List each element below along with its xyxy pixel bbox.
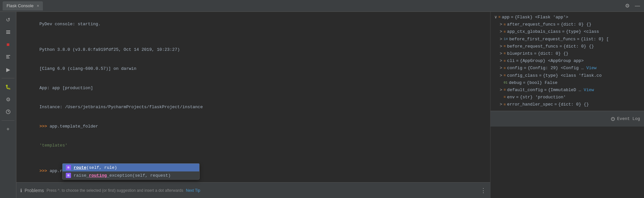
- svg-rect-3: [6, 55, 10, 56]
- console-text-5: App: app [production]: [39, 86, 93, 90]
- var-name-brf: before_request_funcs: [507, 44, 558, 50]
- var-row-after-request-funcs[interactable]: > ≡ after_request_funcs = {dict: 0} {}: [491, 21, 644, 28]
- var-row-default-config[interactable]: > ≡ default_config = {ImmutableD … View: [491, 87, 644, 94]
- var-name-bfrf: before_first_request_funcs: [509, 36, 576, 42]
- var-row-app-ctx[interactable]: > ≡ app_ctx_globals_class = {type} <clas…: [491, 28, 644, 35]
- expand-arrow-brf[interactable]: >: [498, 44, 504, 50]
- var-row-env[interactable]: > ≡ env = {str} 'production': [491, 94, 644, 101]
- list-icon-bfrf: 1≡: [504, 37, 508, 42]
- debug-icon[interactable]: 🐛: [3, 82, 13, 92]
- var-row-config-class[interactable]: > ≡ config_class = {type} <class 'flask.…: [491, 72, 644, 79]
- expand-arrow-cli[interactable]: >: [498, 58, 504, 64]
- var-name-debug: debug: [509, 80, 522, 86]
- var-equals-debug: =: [523, 80, 526, 86]
- info-icon: ℹ: [20, 188, 22, 193]
- console-text-3: Python 3.8.0 (v3.8.0:fa919fdf25, Oct 14 …: [39, 47, 180, 52]
- var-name-cc: config_class: [507, 73, 538, 79]
- expand-arrow-dc[interactable]: >: [498, 87, 504, 93]
- var-name-app: app: [502, 14, 510, 20]
- var-row-blueprints[interactable]: > ≡ blueprints = {dict: 0} {}: [491, 50, 644, 57]
- var-row-debug[interactable]: > 01 debug = {bool} False: [491, 79, 644, 87]
- var-row-config[interactable]: > ≡ config = {Config: 29} <Config … View: [491, 65, 644, 72]
- var-row-app[interactable]: ∨ ≡ app = {Flask} <Flask 'app'>: [491, 14, 644, 21]
- var-row-bfrf[interactable]: > 1≡ before_first_request_funcs = {list:…: [491, 36, 644, 43]
- expand-arrow-app[interactable]: ∨: [493, 14, 498, 20]
- console-blank-1: [19, 34, 488, 40]
- dict-icon-acgc: ≡: [504, 30, 506, 34]
- autocomplete-item-1[interactable]: m route(self, rule): [63, 164, 199, 171]
- var-row-cli[interactable]: > ≡ cli = {AppGroup} <AppGroup app>: [491, 57, 644, 65]
- reload-icon[interactable]: ↺: [3, 14, 13, 25]
- more-options-button[interactable]: ⋮: [480, 187, 486, 194]
- tab-bar-right: ⚙ —: [624, 2, 641, 10]
- rerun-icon[interactable]: [3, 27, 13, 37]
- expand-arrow-ehs[interactable]: >: [498, 102, 504, 108]
- expand-arrow-bp[interactable]: >: [498, 51, 504, 57]
- settings-icon[interactable]: ⚙: [624, 2, 631, 10]
- console-command-1: app.template_folder: [50, 124, 98, 129]
- dict-icon-arf: ≡: [504, 22, 506, 27]
- expand-arrow-cc[interactable]: >: [498, 73, 504, 79]
- var-name-ehs: error_handler_spec: [507, 102, 553, 108]
- expand-arrow-config[interactable]: >: [498, 65, 504, 71]
- console-line-6: Instance: /Users/jetbrains/PycharmProjec…: [19, 98, 488, 117]
- var-row-brf[interactable]: > ≡ before_request_funcs = {dict: 0} {}: [491, 43, 644, 50]
- var-value-config: {Config: 29} <Config … View: [528, 65, 597, 71]
- problems-label[interactable]: Problems: [25, 188, 44, 193]
- method-badge-1: m: [66, 165, 71, 170]
- autocomplete-text-1: route(self, rule): [74, 165, 117, 170]
- dict-icon-cc: ≡: [504, 73, 506, 78]
- stop-icon[interactable]: ■: [3, 39, 13, 50]
- autocomplete-suffix-2: _exception(self, request): [107, 173, 170, 178]
- event-log-label[interactable]: Event Log: [617, 116, 640, 121]
- expand-arrow-bfrf[interactable]: >: [498, 36, 504, 42]
- clock-icon[interactable]: [3, 107, 13, 117]
- var-equals-bfrf: =: [577, 36, 580, 42]
- up-icon[interactable]: [3, 52, 13, 62]
- console-text-6: Instance: /Users/jetbrains/PycharmProjec…: [39, 105, 203, 109]
- dict-icon-app: ≡: [498, 15, 501, 20]
- status-bar: ℹ Problems Press ^. to choose the select…: [16, 182, 490, 198]
- view-link-dc[interactable]: View: [584, 88, 594, 92]
- console-output[interactable]: PyDev console: starting. Python 3.8.0 (v…: [16, 12, 490, 182]
- tab-close-button[interactable]: ×: [37, 4, 39, 8]
- var-value-app: {Flask} <Flask 'app'>: [515, 14, 568, 20]
- expand-arrow-arf[interactable]: >: [498, 22, 504, 28]
- var-name-env: env: [507, 94, 515, 100]
- svg-rect-5: [6, 58, 9, 58]
- var-equals-bp: =: [534, 51, 537, 57]
- gear-icon[interactable]: ⚙: [3, 94, 13, 105]
- svg-rect-0: [6, 30, 10, 31]
- add-icon[interactable]: +: [3, 124, 13, 134]
- event-log-icon: [611, 117, 615, 121]
- var-name-acgc: app_ctx_globals_class: [507, 29, 561, 35]
- var-equals-arf: =: [557, 22, 560, 28]
- run-icon[interactable]: ▶: [3, 64, 13, 75]
- var-name-arf: after_request_funcs: [507, 22, 556, 28]
- var-equals-brf: =: [560, 44, 562, 50]
- var-row-ehs[interactable]: > ≡ error_handler_spec = {dict: 0} {}: [491, 101, 644, 108]
- dict-icon-dc: ≡: [504, 88, 506, 92]
- flask-console-tab[interactable]: Flask Console ×: [3, 1, 43, 10]
- var-name-bp: blueprints: [507, 51, 533, 57]
- var-equals-ehs: =: [554, 102, 557, 108]
- autocomplete-highlight-1: route: [74, 165, 86, 170]
- svg-rect-2: [6, 33, 10, 34]
- minimize-icon[interactable]: —: [634, 2, 641, 10]
- console-string-1: 'templates': [39, 143, 67, 148]
- var-value-cc: {type} <class 'flask.co: [543, 73, 601, 79]
- console-output-1: 'templates': [19, 136, 488, 155]
- tip-text: Press ^. to choose the selected (or firs…: [46, 188, 183, 193]
- dict-icon-bp: ≡: [504, 51, 506, 56]
- var-equals-cc: =: [539, 73, 542, 79]
- var-name-dc: default_config: [507, 87, 543, 93]
- svg-point-11: [613, 120, 613, 120]
- autocomplete-item-2[interactable]: m raise_routing_exception(self, request): [63, 171, 199, 179]
- view-link-config[interactable]: View: [586, 66, 597, 70]
- expand-arrow-acgc[interactable]: >: [498, 29, 504, 35]
- next-tip-link[interactable]: Next Tip: [186, 188, 200, 193]
- console-line-5: App: app [production]: [19, 78, 488, 98]
- autocomplete-dropdown[interactable]: m route(self, rule) m raise_routing_exce…: [62, 163, 200, 180]
- var-equals-acgc: =: [562, 29, 564, 35]
- tab-label: Flask Console: [7, 3, 33, 8]
